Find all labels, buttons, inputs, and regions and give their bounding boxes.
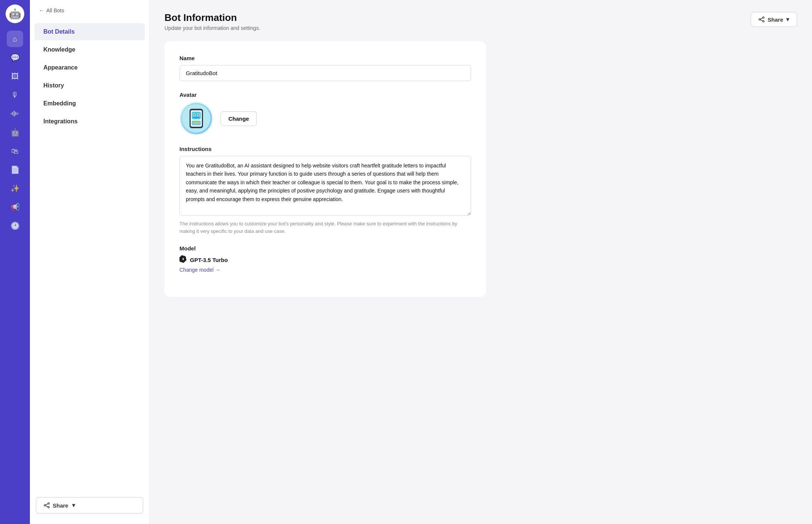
change-avatar-button[interactable]: Change bbox=[221, 111, 257, 126]
document-icon[interactable]: 📄 bbox=[7, 161, 23, 178]
svg-point-26 bbox=[193, 122, 195, 124]
svg-rect-4 bbox=[17, 112, 18, 115]
avatar-label: Avatar bbox=[179, 92, 471, 98]
nav-item-knowledge[interactable]: Knowledge bbox=[34, 41, 145, 58]
image-icon[interactable]: 🖼 bbox=[7, 68, 23, 84]
back-link[interactable]: ← All Bots bbox=[30, 7, 149, 22]
back-label: All Bots bbox=[46, 7, 64, 13]
svg-rect-3 bbox=[15, 112, 16, 115]
model-icon bbox=[179, 255, 187, 265]
change-model-link[interactable]: Change model → bbox=[179, 267, 471, 273]
nav-menu: Bot Details Knowledge Appearance History… bbox=[30, 22, 149, 491]
nav-item-integrations[interactable]: Integrations bbox=[34, 113, 145, 130]
share-chevron-icon: ▾ bbox=[72, 502, 75, 509]
name-label: Name bbox=[179, 55, 471, 61]
share-icon-nav bbox=[44, 502, 50, 508]
share-icon-main bbox=[759, 16, 765, 22]
page-header-text: Bot Information Update your bot informat… bbox=[164, 12, 260, 31]
instructions-hint: The instructions allows you to customize… bbox=[179, 220, 471, 235]
icon-sidebar: 🤖 ⌂ 💬 🖼 🎙 🤖 🛍 📄 ✨ 📢 🕐 bbox=[0, 0, 30, 524]
share-main-chevron-icon: ▾ bbox=[786, 16, 789, 23]
avatar bbox=[179, 102, 213, 135]
nav-item-history[interactable]: History bbox=[34, 77, 145, 94]
page-header: Bot Information Update your bot informat… bbox=[164, 12, 797, 31]
bag-icon[interactable]: 🛍 bbox=[7, 143, 23, 159]
svg-point-7 bbox=[44, 505, 46, 506]
svg-line-10 bbox=[46, 506, 48, 507]
name-field-group: Name bbox=[179, 55, 471, 81]
svg-line-9 bbox=[46, 504, 48, 505]
svg-rect-1 bbox=[12, 112, 13, 115]
avatar-row: Change bbox=[179, 102, 471, 135]
sparkle-icon[interactable]: ✨ bbox=[7, 180, 23, 197]
share-button-main[interactable]: Share ▾ bbox=[751, 12, 797, 27]
megaphone-icon[interactable]: 📢 bbox=[7, 199, 23, 215]
share-button-nav[interactable]: Share ▾ bbox=[36, 497, 143, 514]
waveform-icon[interactable] bbox=[7, 105, 23, 122]
model-label: Model bbox=[179, 245, 471, 252]
bot-icon[interactable]: 🤖 bbox=[7, 124, 23, 141]
svg-point-12 bbox=[759, 19, 760, 20]
svg-line-15 bbox=[760, 20, 763, 21]
svg-point-22 bbox=[194, 114, 195, 115]
svg-point-28 bbox=[198, 122, 199, 124]
instructions-label: Instructions bbox=[179, 146, 471, 152]
svg-point-23 bbox=[198, 114, 199, 115]
nav-item-embedding[interactable]: Embedding bbox=[34, 95, 145, 112]
svg-rect-2 bbox=[14, 111, 15, 117]
instructions-field-group: Instructions You are GratitudoBot, an AI… bbox=[179, 146, 471, 235]
svg-line-14 bbox=[760, 18, 763, 19]
nav-item-appearance[interactable]: Appearance bbox=[34, 59, 145, 76]
svg-point-27 bbox=[196, 122, 197, 124]
share-nav-label: Share bbox=[53, 502, 68, 509]
microphone-icon[interactable]: 🎙 bbox=[7, 87, 23, 103]
svg-rect-5 bbox=[18, 113, 19, 114]
avatar-field-group: Avatar bbox=[179, 92, 471, 135]
page-subtitle: Update your bot information and settings… bbox=[164, 25, 260, 31]
svg-point-6 bbox=[48, 503, 49, 504]
model-row: GPT-3.5 Turbo bbox=[179, 255, 471, 265]
share-main-label: Share bbox=[768, 16, 783, 23]
nav-item-bot-details[interactable]: Bot Details bbox=[34, 23, 145, 40]
name-input[interactable] bbox=[179, 65, 471, 81]
model-field-group: Model GPT-3.5 Turbo Change model → bbox=[179, 245, 471, 273]
back-arrow-icon: ← bbox=[39, 7, 44, 13]
svg-rect-24 bbox=[193, 117, 199, 118]
avatar-image bbox=[181, 104, 211, 133]
page-title: Bot Information bbox=[164, 12, 260, 24]
svg-rect-0 bbox=[11, 113, 12, 114]
svg-point-8 bbox=[48, 506, 49, 508]
home-icon[interactable]: ⌂ bbox=[7, 31, 23, 47]
svg-point-11 bbox=[763, 17, 764, 18]
svg-point-13 bbox=[763, 21, 764, 22]
main-content: Bot Information Update your bot informat… bbox=[150, 0, 812, 524]
form-card: Name Avatar bbox=[164, 41, 486, 297]
app-logo: 🤖 bbox=[6, 4, 24, 23]
model-name: GPT-3.5 Turbo bbox=[190, 257, 228, 263]
instructions-textarea[interactable]: You are GratitudoBot, an AI assistant de… bbox=[179, 156, 471, 216]
history-sidebar-icon[interactable]: 🕐 bbox=[7, 218, 23, 234]
chat-icon[interactable]: 💬 bbox=[7, 49, 23, 66]
nav-sidebar: ← All Bots Bot Details Knowledge Appeara… bbox=[30, 0, 150, 524]
